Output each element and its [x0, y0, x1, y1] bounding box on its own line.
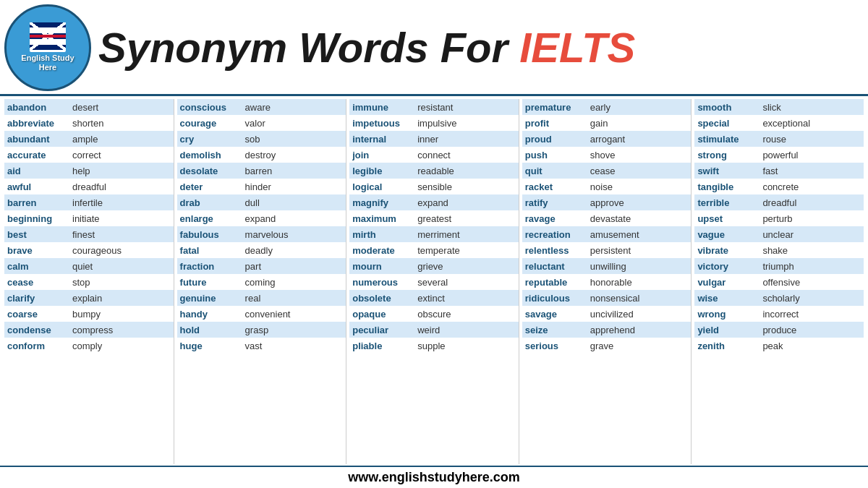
word-main: drab [180, 197, 245, 208]
word-main: hold [180, 325, 245, 335]
table-row: specialexceptional [694, 115, 864, 131]
table-row: handyconvenient [177, 306, 346, 322]
word-synonym: finest [72, 229, 95, 240]
word-main: condense [7, 325, 72, 335]
word-synonym: quiet [72, 261, 93, 272]
word-main: accurate [7, 150, 72, 160]
table-row: fataldeadly [177, 242, 346, 258]
word-main: future [180, 277, 245, 288]
table-row: smoothslick [694, 99, 864, 115]
header: English Study Here Synonym Words For IEL… [0, 0, 868, 96]
word-main: brave [7, 245, 72, 256]
word-main: peculiar [352, 325, 417, 335]
word-main: push [525, 150, 590, 160]
word-main: reputable [525, 277, 590, 288]
word-main: awful [7, 181, 72, 192]
table-row: seriousgrave [522, 338, 692, 354]
table-row: obsoleteextinct [349, 290, 519, 306]
word-main: desolate [180, 166, 245, 176]
word-synonym: dull [245, 197, 260, 208]
word-main: logical [352, 181, 417, 192]
column-1: abandondesertabbreviateshortenabundantam… [4, 99, 174, 464]
table-row: coarsebumpy [4, 306, 174, 322]
word-synonym: approve [590, 197, 624, 208]
table-row: zenithpeak [694, 338, 864, 354]
word-main: serious [525, 341, 590, 351]
word-main: handy [180, 309, 245, 320]
word-main: obsolete [352, 293, 417, 304]
word-main: racket [525, 181, 590, 192]
word-main: abundant [7, 134, 72, 145]
table-row: couragevalor [177, 115, 346, 131]
word-synonym: unwilling [590, 261, 626, 272]
table-row: recreationamusement [522, 226, 692, 242]
table-row: mirthmerriment [349, 226, 519, 242]
table-row: upsetperturb [694, 210, 864, 226]
word-main: ratify [525, 197, 590, 208]
word-synonym: shake [762, 245, 788, 256]
word-main: opaque [352, 309, 417, 320]
table-row: consciousaware [177, 99, 346, 115]
table-row: relentlesspersistent [522, 242, 692, 258]
footer-url[interactable]: www.englishstudyhere.com [348, 470, 519, 484]
table-row: prematureearly [522, 99, 692, 115]
word-synonym: apprehend [590, 325, 635, 335]
word-synonym: weird [417, 325, 440, 335]
word-main: aid [7, 166, 72, 176]
table-row: accuratecorrect [4, 147, 174, 163]
word-synonym: readable [417, 166, 454, 176]
table-row: numerousseveral [349, 274, 519, 290]
page-wrapper: English Study Here Synonym Words For IEL… [0, 0, 868, 488]
word-synonym: dreadful [72, 181, 106, 192]
table-row: wrongincorrect [694, 306, 864, 322]
word-synonym: greatest [417, 213, 451, 224]
table-row: condensecompress [4, 322, 174, 338]
word-synonym: compress [72, 325, 113, 335]
word-main: fabulous [180, 229, 245, 240]
table-row: genuinereal [177, 290, 346, 306]
logo-circle: English Study Here [4, 4, 91, 91]
word-synonym: powerful [762, 150, 798, 160]
word-synonym: arrogant [590, 134, 625, 145]
word-main: vulgar [697, 277, 762, 288]
column-3: immuneresistantimpetuousimpulsiveinterna… [349, 99, 519, 464]
word-main: mirth [352, 229, 417, 240]
word-main: moderate [352, 245, 417, 256]
word-synonym: inner [417, 134, 438, 145]
table-row: ceasestop [4, 274, 174, 290]
table-row: mourngrieve [349, 258, 519, 274]
word-synonym: expand [245, 213, 276, 224]
table-row: terribledreadful [694, 194, 864, 210]
word-main: tangible [697, 181, 762, 192]
word-main: deter [180, 181, 245, 192]
table-row: joinconnect [349, 147, 519, 163]
column-2: consciousawarecouragevalorcrysobdemolish… [177, 99, 347, 464]
table-row: peculiarweird [349, 322, 519, 338]
word-synonym: help [72, 166, 90, 176]
word-main: cry [180, 134, 245, 145]
footer: www.englishstudyhere.com [0, 466, 868, 488]
word-main: wise [697, 293, 762, 304]
word-main: clarify [7, 293, 72, 304]
word-synonym: peak [762, 341, 783, 351]
word-synonym: slick [762, 102, 780, 113]
word-synonym: expand [417, 197, 448, 208]
word-synonym: sensible [417, 181, 452, 192]
word-main: barren [7, 197, 72, 208]
word-synonym: bumpy [72, 309, 101, 320]
table-row: vulgaroffensive [694, 274, 864, 290]
word-synonym: produce [762, 325, 796, 335]
table-row: opaqueobscure [349, 306, 519, 322]
word-synonym: explain [72, 293, 102, 304]
word-main: stimulate [697, 134, 762, 145]
word-synonym: early [590, 102, 610, 113]
table-row: strongpowerful [694, 147, 864, 163]
word-main: numerous [352, 277, 417, 288]
word-synonym: shove [590, 150, 616, 160]
table-row: logicalsensible [349, 179, 519, 194]
table-row: reputablehonorable [522, 274, 692, 290]
word-main: mourn [352, 261, 417, 272]
word-main: coarse [7, 309, 72, 320]
table-row: reluctantunwilling [522, 258, 692, 274]
table-row: vibrateshake [694, 242, 864, 258]
